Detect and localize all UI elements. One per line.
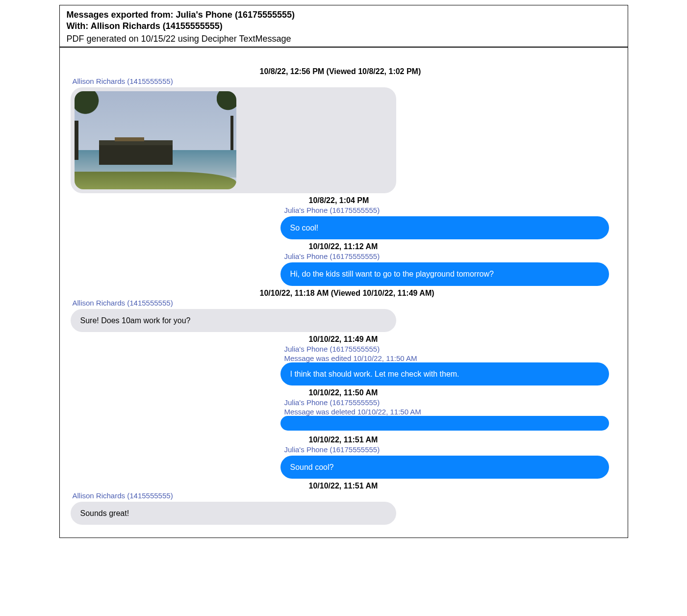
message-sender: Julia's Phone (16175555555) [284,206,619,214]
generated-line: PDF generated on 10/15/22 using Decipher… [67,33,621,45]
message-timestamp: 10/10/22, 11:51 AM [309,436,619,444]
chat-transcript: 10/8/22, 12:56 PM (Viewed 10/8/22, 1:02 … [60,48,628,538]
document-header: Messages exported from: Julia's Phone (1… [60,5,628,48]
message-bubble-sent: Hi, do the kids still want to go to the … [280,262,609,285]
message-bubble-sent: I think that should work. Let me check w… [280,362,609,385]
message-bubble-sent: So cool! [280,216,609,239]
exported-from-line: Messages exported from: Julia's Phone (1… [67,9,621,21]
message-bubble-received: Sounds great! [71,502,396,525]
message-edit-meta: Message was edited 10/10/22, 11:50 AM [284,354,619,362]
message-sender: Allison Richards (1415555555) [73,491,619,500]
message-bubble-sent: Sound cool? [280,456,609,479]
message-deleted-meta: Message was deleted 10/10/22, 11:50 AM [284,408,619,416]
message-sender: Julia's Phone (16175555555) [284,445,619,454]
message-bubble-received: Sure! Does 10am work for you? [71,309,396,332]
message-timestamp: 10/8/22, 12:56 PM (Viewed 10/8/22, 1:02 … [260,67,619,76]
message-sender: Allison Richards (1415555555) [73,77,619,85]
message-timestamp: 10/10/22, 11:12 AM [309,242,619,251]
message-sender: Julia's Phone (16175555555) [284,345,619,353]
message-timestamp: 10/8/22, 1:04 PM [309,196,619,205]
attached-photo [75,91,236,189]
message-timestamp: 10/10/22, 11:49 AM [309,335,619,344]
message-sender: Julia's Phone (16175555555) [284,398,619,407]
export-page: Messages exported from: Julia's Phone (1… [59,5,628,538]
message-sender: Allison Richards (1415555555) [73,299,619,307]
with-line: With: Allison Richards (14155555555) [67,21,621,32]
message-timestamp: 10/10/22, 11:50 AM [309,388,619,397]
message-bubble-sent-deleted [280,416,609,431]
message-timestamp: 10/10/22, 11:51 AM [309,482,619,490]
message-sender: Julia's Phone (16175555555) [284,252,619,260]
message-bubble-image [71,87,396,193]
message-timestamp: 10/10/22, 11:18 AM (Viewed 10/10/22, 11:… [260,289,619,298]
